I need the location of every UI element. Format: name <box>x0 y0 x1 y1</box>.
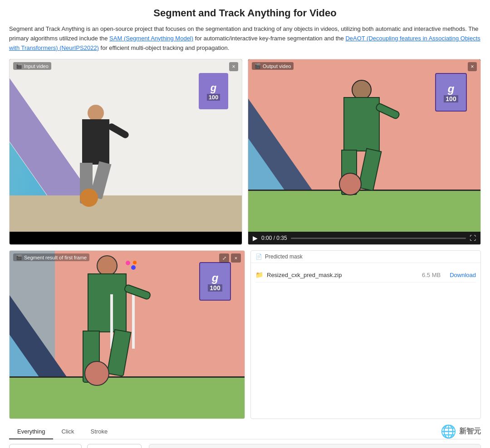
mask-dots <box>125 260 138 273</box>
tab-row: Everything Click Stroke <box>9 424 481 439</box>
play-button[interactable]: ▶ <box>253 234 258 242</box>
predicted-header: 📄 Predicted mask <box>251 251 480 263</box>
film-icon-segment: 🎬 <box>16 254 22 260</box>
tab-everything[interactable]: Everything <box>9 424 53 439</box>
video-row-top: 🎬 Input video × <box>9 59 481 245</box>
watermark: 🌐 新智元 <box>441 424 481 439</box>
file-name: Resized_cxk_pred_mask.zip <box>267 272 422 278</box>
film-icon-output: 🎬 <box>255 63 261 69</box>
fullscreen-button[interactable]: ⛶ <box>470 234 476 242</box>
file-size: 6.5 MB <box>422 272 441 278</box>
tab-click[interactable]: Click <box>53 424 82 439</box>
output-video-close[interactable]: × <box>468 62 477 71</box>
sign-output: g 100 <box>435 73 467 112</box>
person-output <box>330 80 393 193</box>
person-segment <box>73 255 141 382</box>
bottom-row: 🎬 Segment result of first frame ⤢ × <box>9 250 481 419</box>
output-video-canvas: g 100 <box>248 59 480 232</box>
point-prompt-box: Point Prompt Positive <box>87 444 142 448</box>
segment-canvas: g 100 <box>10 251 245 419</box>
progress-bar[interactable] <box>291 238 466 239</box>
segment-everything-button[interactable]: Segment everything for first frame <box>9 444 82 448</box>
tab-stroke[interactable]: Stroke <box>83 424 116 439</box>
output-video-label: 🎬 Output video <box>252 62 294 70</box>
segment-result-panel: 🎬 Segment result of first frame ⤢ × <box>9 250 245 419</box>
output-video-panel: 🎬 Output video × <box>248 59 481 245</box>
sign-input: g 100 <box>199 73 228 109</box>
undo-button[interactable]: Undo <box>149 444 481 448</box>
segment-expand-button[interactable]: ⤢ <box>219 253 229 263</box>
action-buttons: Undo Reset <box>149 444 481 448</box>
video-controls: ▶ 0:00 / 0:35 ⛶ <box>248 232 480 244</box>
watermark-text: 新智元 <box>459 427 481 436</box>
download-link[interactable]: Download <box>450 272 476 278</box>
file-icon: 📁 <box>255 271 263 278</box>
video-time: 0:00 / 0:35 <box>261 235 287 241</box>
input-video-close[interactable]: × <box>229 62 238 71</box>
description: Segment and Track Anything is an open-so… <box>9 24 481 53</box>
input-video-panel: 🎬 Input video × <box>9 59 242 245</box>
predicted-mask-panel: 📄 Predicted mask 📁 Resized_cxk_pred_mask… <box>250 250 481 419</box>
watermark-icon: 🌐 <box>441 424 456 439</box>
controls-row: Segment everything for first frame Point… <box>9 439 481 448</box>
file-icon-header: 📄 <box>255 253 262 260</box>
segment-close-button[interactable]: × <box>231 253 241 263</box>
segment-label: 🎬 Segment result of first frame <box>13 253 89 261</box>
input-video-canvas: g 100 <box>10 59 242 232</box>
page-title: Segment and Track Anything for Video <box>9 7 481 19</box>
person-input <box>69 105 123 205</box>
sign-segment: g 100 <box>199 262 231 301</box>
file-row: 📁 Resized_cxk_pred_mask.zip 6.5 MB Downl… <box>255 268 476 282</box>
input-video-label: 🎬 Input video <box>13 62 51 70</box>
film-icon-input: 🎬 <box>16 63 22 69</box>
sam-link[interactable]: SAM (Segment Anything Model) <box>109 35 193 42</box>
segment-panel-icons: ⤢ × <box>219 253 241 263</box>
predicted-content: 📁 Resized_cxk_pred_mask.zip 6.5 MB Downl… <box>251 263 480 287</box>
